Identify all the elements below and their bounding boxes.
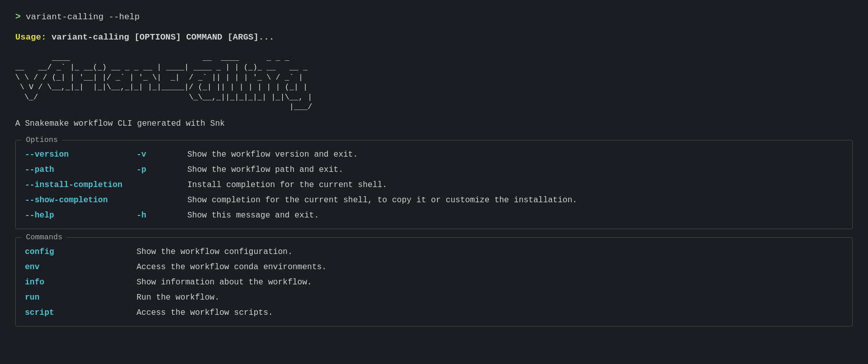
command-row-info: info Show information about the workflow… (25, 276, 843, 288)
option-row-install-completion: --install-completion Install completion … (25, 179, 843, 191)
option-row-path: --path -p Show the workflow path and exi… (25, 164, 843, 176)
option-desc-help: Show this message and exit. (187, 209, 319, 222)
command-row-script: script Access the workflow scripts. (25, 307, 843, 319)
ascii-art-banner: ____ __ ____ _ _ _ __ __/ _` |_ __(_) __… (15, 53, 853, 113)
option-row-help: --help -h Show this message and exit. (25, 209, 843, 222)
option-desc-path: Show the workflow path and exit. (187, 164, 343, 176)
prompt-command-text: variant-calling --help (26, 11, 140, 24)
option-long-path: --path (25, 164, 137, 176)
option-desc-version: Show the workflow version and exit. (187, 149, 358, 161)
command-name-config: config (25, 246, 137, 258)
command-row-run: run Run the workflow. (25, 292, 843, 304)
command-name-info: info (25, 276, 137, 288)
option-short-help: -h (137, 209, 187, 222)
option-short-path: -p (137, 164, 187, 176)
option-desc-install-completion: Install completion for the current shell… (187, 179, 387, 191)
options-section: Options --version -v Show the workflow v… (15, 140, 853, 229)
commands-section: Commands config Show the workflow config… (15, 237, 853, 326)
usage-line: Usage: variant-calling [OPTIONS] COMMAND… (15, 31, 853, 44)
option-long-help: --help (25, 209, 137, 222)
option-long-show-completion: --show-completion (25, 194, 137, 206)
command-desc-info: Show information about the workflow. (137, 276, 312, 288)
command-row-env: env Access the workflow conda environmen… (25, 261, 843, 273)
option-long-version: --version (25, 149, 137, 161)
tagline-text: A Snakemake workflow CLI generated with … (15, 118, 853, 130)
command-name-env: env (25, 261, 137, 273)
prompt-arrow-icon: > (15, 10, 21, 24)
option-row-version: --version -v Show the workflow version a… (25, 149, 843, 161)
command-name-run: run (25, 292, 137, 304)
terminal-window: > variant-calling --help Usage: variant-… (15, 10, 853, 326)
command-desc-env: Access the workflow conda environments. (137, 261, 326, 273)
commands-section-title: Commands (22, 232, 66, 244)
command-desc-run: Run the workflow. (137, 292, 219, 304)
option-row-show-completion: --show-completion Show completion for th… (25, 194, 843, 206)
command-name-script: script (25, 307, 137, 319)
usage-label: Usage: (15, 32, 46, 42)
options-section-title: Options (22, 135, 62, 147)
prompt-line: > variant-calling --help (15, 10, 853, 24)
command-desc-script: Access the workflow scripts. (137, 307, 273, 319)
option-desc-show-completion: Show completion for the current shell, t… (187, 194, 577, 206)
usage-text: variant-calling [OPTIONS] COMMAND [ARGS]… (46, 32, 274, 42)
option-short-version: -v (137, 149, 187, 161)
command-desc-config: Show the workflow configuration. (137, 246, 292, 258)
command-row-config: config Show the workflow configuration. (25, 246, 843, 258)
option-long-install-completion: --install-completion (25, 179, 137, 191)
